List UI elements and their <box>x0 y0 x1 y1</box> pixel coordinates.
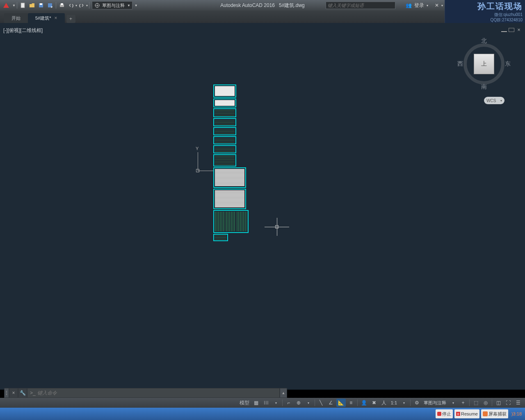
command-input-wrap[interactable]: >_ <box>27 388 280 398</box>
sb-clean-icon[interactable]: ☰ <box>514 399 523 407</box>
sb-otrack-icon[interactable]: 📐 <box>336 399 346 407</box>
app-logo-icon[interactable] <box>2 1 11 10</box>
sb-anno-dd-icon[interactable]: ▾ <box>449 399 458 407</box>
new-icon[interactable] <box>19 2 27 9</box>
watermark: 孙工话现场 微信:qiuzhu001 QQ群:274324810 <box>445 0 525 23</box>
watermark-title: 孙工话现场 <box>447 1 523 12</box>
svg-point-7 <box>96 5 98 6</box>
navcube[interactable]: 上 北 南 东 西 <box>459 39 509 89</box>
tray-time: )3:18 <box>510 411 523 416</box>
navcube-north[interactable]: 北 <box>481 37 487 45</box>
tray-stop-button[interactable]: 停止 <box>436 409 453 418</box>
login-label[interactable]: 登录 <box>414 2 424 9</box>
redo-icon[interactable] <box>78 2 85 9</box>
sb-units-icon[interactable]: ⬚ <box>471 399 480 407</box>
sb-ortho-icon[interactable]: ⌐ <box>284 399 293 407</box>
plot-icon[interactable] <box>58 2 66 9</box>
app-title: Autodesk AutoCAD 2016 5#建筑.dwg <box>220 2 304 9</box>
tray-resume-button[interactable]: IIResume <box>454 409 479 418</box>
viewport-max-icon[interactable] <box>509 28 514 32</box>
sb-lwt-icon[interactable]: ≡ <box>347 399 356 407</box>
open-icon[interactable] <box>28 2 36 9</box>
viewport-min-icon[interactable] <box>501 28 507 32</box>
sb-qp-icon[interactable]: ◎ <box>481 399 490 407</box>
svg-rect-2 <box>40 3 42 5</box>
sb-scale-dd-icon[interactable]: ▾ <box>399 399 409 407</box>
command-history-icon[interactable]: ▲ <box>280 388 287 398</box>
command-bar: × 🔧 >_ ▲ <box>4 388 287 398</box>
sb-dropdown-icon[interactable]: ▾ <box>272 399 281 407</box>
sb-hwaccel-icon[interactable]: ⛶ <box>504 399 513 407</box>
sb-cycling-icon[interactable]: ✖ <box>370 399 379 407</box>
tab-drawing[interactable]: 5#建筑* × <box>28 13 65 23</box>
navcube-south[interactable]: 南 <box>481 83 487 91</box>
tab-add-button[interactable]: + <box>66 15 75 23</box>
command-close-icon[interactable]: × <box>9 388 18 398</box>
sb-isolate-icon[interactable]: ◫ <box>494 399 503 407</box>
navcube-east[interactable]: 东 <box>505 60 511 68</box>
command-prompt-icon: >_ <box>30 390 36 396</box>
workspace-dropdown[interactable]: 草图与注释 ▼ <box>92 1 132 9</box>
drawing-canvas[interactable]: [-][俯视][二维线框] × 上 北 南 东 西 WCS▾ Y <box>0 23 525 390</box>
sb-model-button[interactable]: 模型 <box>238 399 251 407</box>
sb-annoscale[interactable]: 草图与注释 <box>422 400 448 406</box>
exchange-icon[interactable]: ✕ <box>435 2 439 8</box>
sb-iso-icon[interactable]: ╲ <box>317 399 326 407</box>
navcube-top[interactable]: 上 <box>474 54 494 74</box>
search-box[interactable] <box>326 2 395 9</box>
sb-scale[interactable]: 1:1 <box>389 400 399 405</box>
drawing-thumbnails <box>213 84 249 242</box>
sb-osnap-icon[interactable]: ∠ <box>326 399 336 407</box>
sb-gear-icon[interactable]: ⚙ <box>412 399 421 407</box>
tab-start[interactable]: 开始 <box>4 13 28 23</box>
command-customize-icon[interactable]: 🔧 <box>18 388 27 398</box>
view-label[interactable]: [-][俯视][二维线框] <box>3 27 43 34</box>
saveas-icon[interactable] <box>46 2 54 9</box>
navcube-west[interactable]: 西 <box>457 60 463 68</box>
sb-polar-icon[interactable]: ⊕ <box>294 399 303 407</box>
viewport-close-icon[interactable]: × <box>516 28 522 32</box>
sb-transparency-icon[interactable]: 👤 <box>359 399 369 407</box>
svg-rect-5 <box>61 3 63 5</box>
sb-plus-icon[interactable]: + <box>459 399 468 407</box>
svg-rect-0 <box>21 3 25 8</box>
system-tray: 停止 IIResume 屏幕捕获 )3:18 <box>434 408 525 420</box>
signin-icon[interactable]: 👥 <box>406 2 412 8</box>
sb-snap-icon[interactable]: ⁞⁞⁞ <box>262 399 271 407</box>
sb-3dosnap-icon[interactable]: 人 <box>379 399 388 407</box>
sb-grid-icon[interactable]: ▦ <box>252 399 261 407</box>
search-input[interactable] <box>326 2 395 9</box>
taskbar: 停止 IIResume 屏幕捕获 )3:18 <box>0 408 525 420</box>
close-icon[interactable]: × <box>55 15 57 21</box>
title-right-group: 👥 登录 ▾ ✕ ▾ <box>406 2 443 9</box>
command-grip-icon[interactable] <box>4 388 9 398</box>
sb-dropdown2-icon[interactable]: ▾ <box>304 399 313 407</box>
status-bar: 模型 ▦ ⁞⁞⁞ ▾ ⌐ ⊕ ▾ ╲ ∠ 📐 ≡ 👤 ✖ 人 1:1 ▾ ⚙ 草… <box>0 398 525 408</box>
tray-capture-button[interactable]: 屏幕捕获 <box>481 409 508 418</box>
workspace-label: 草图与注释 <box>102 2 125 9</box>
command-input[interactable] <box>37 390 277 396</box>
undo-icon[interactable] <box>67 2 75 9</box>
save-icon[interactable] <box>37 2 45 9</box>
wcs-badge[interactable]: WCS▾ <box>484 97 504 104</box>
